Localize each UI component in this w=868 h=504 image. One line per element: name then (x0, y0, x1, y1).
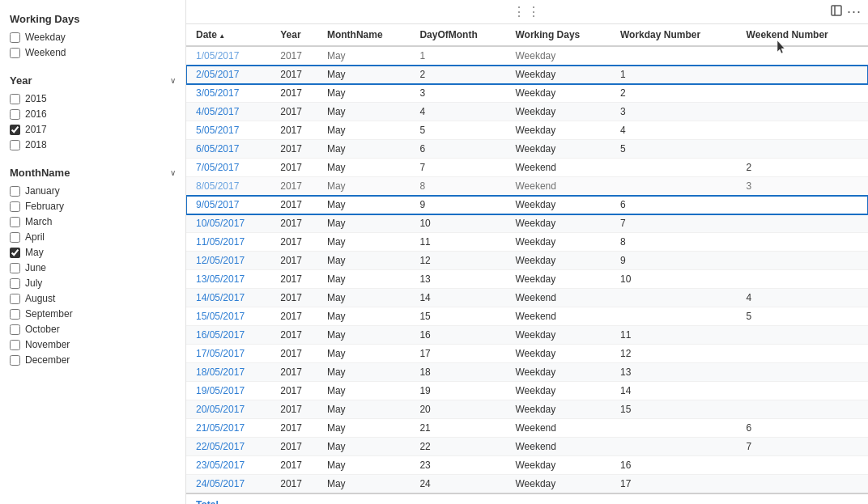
table-row[interactable]: 4/05/20172017May4Weekday3 (186, 103, 868, 121)
filter-weekday-checkbox[interactable] (10, 32, 20, 43)
table-row[interactable]: 22/05/20172017May22Weekend7 (186, 438, 868, 456)
col-workday-number[interactable]: Workday Number (614, 24, 740, 46)
filter-weekend-checkbox[interactable] (10, 48, 20, 58)
table-row[interactable]: 1/05/20172017May1Weekday (186, 46, 868, 66)
cell-weekend-number: 2 (740, 159, 868, 177)
expand-icon[interactable] (831, 5, 842, 19)
cell-monthname: May (321, 46, 413, 66)
cell-year: 2017 (274, 345, 321, 363)
filter-june[interactable]: June (10, 262, 176, 273)
filter-weekday-item[interactable]: Weekday (10, 32, 176, 43)
filter-november-checkbox[interactable] (10, 340, 20, 350)
filter-january-checkbox[interactable] (10, 186, 20, 197)
cell-year: 2017 (274, 177, 321, 196)
filter-august-checkbox[interactable] (10, 294, 20, 304)
cell-monthname: May (321, 66, 413, 84)
cell-working-days: Weekend (508, 307, 614, 326)
cell-date: 7/05/2017 (186, 159, 274, 177)
filter-year-2016-checkbox[interactable] (10, 109, 20, 120)
filter-may-checkbox[interactable] (10, 248, 20, 258)
filter-july-label: July (25, 277, 42, 289)
table-row[interactable]: 12/05/20172017May12Weekday9 (186, 252, 868, 270)
filter-april-checkbox[interactable] (10, 232, 20, 243)
filter-february-checkbox[interactable] (10, 201, 20, 212)
filter-year-2018-label: 2018 (25, 139, 47, 150)
cell-year: 2017 (274, 419, 321, 438)
table-row[interactable]: 8/05/20172017May8Weekend3 (186, 177, 868, 196)
cell-weekend-number (740, 214, 868, 233)
filter-working-days-title: Working Days (10, 13, 176, 25)
filter-year-header[interactable]: Year ∨ (10, 74, 176, 87)
filter-year: Year ∨ 2015 2016 2017 2018 (10, 74, 176, 150)
col-monthname[interactable]: MonthName (321, 24, 413, 46)
table-row[interactable]: 9/05/20172017May9Weekday6 (186, 196, 868, 214)
cell-year: 2017 (274, 326, 321, 345)
filter-year-2018-checkbox[interactable] (10, 140, 20, 150)
table-row[interactable]: 20/05/20172017May20Weekday15 (186, 400, 868, 419)
filter-july[interactable]: July (10, 277, 176, 289)
filter-december-checkbox[interactable] (10, 355, 20, 366)
filter-september-checkbox[interactable] (10, 309, 20, 320)
table-row[interactable]: 23/05/20172017May23Weekday16 (186, 456, 868, 475)
title-bar: ⋮⋮ ··· (186, 0, 868, 24)
filter-year-2015[interactable]: 2015 (10, 93, 176, 104)
filter-february[interactable]: February (10, 201, 176, 212)
table-row[interactable]: 5/05/20172017May5Weekday4 (186, 121, 868, 140)
table-row[interactable]: 24/05/20172017May24Weekday17 (186, 475, 868, 494)
filter-april[interactable]: April (10, 231, 176, 243)
filter-september[interactable]: September (10, 308, 176, 320)
filter-monthname-header[interactable]: MonthName ∨ (10, 167, 176, 179)
table-row[interactable]: 13/05/20172017May13Weekday10 (186, 270, 868, 289)
table-row[interactable]: 18/05/20172017May18Weekday13 (186, 363, 868, 382)
table-row[interactable]: 2/05/20172017May2Weekday1 (186, 66, 868, 84)
more-options-icon[interactable]: ··· (847, 3, 862, 20)
col-working-days[interactable]: Working Days (508, 24, 614, 46)
col-year[interactable]: Year (274, 24, 321, 46)
data-table-container[interactable]: Date Year MonthName DayOfMonth Working D… (186, 24, 868, 504)
cell-working-days: Weekday (508, 400, 614, 419)
cell-working-days: Weekday (508, 233, 614, 252)
cell-date: 13/05/2017 (186, 270, 274, 289)
filter-weekend-label: Weekend (25, 47, 66, 58)
cell-workday-number: 10 (614, 270, 740, 289)
col-weekend-number[interactable]: Weekend Number (740, 24, 868, 46)
table-row[interactable]: 11/05/20172017May11Weekday8 (186, 233, 868, 252)
filter-working-days: Working Days Weekday Weekend (10, 13, 176, 58)
filter-year-2017-checkbox[interactable] (10, 125, 20, 135)
filter-may[interactable]: May (10, 247, 176, 258)
filter-year-2017[interactable]: 2017 (10, 124, 176, 135)
table-row[interactable]: 3/05/20172017May3Weekday2 (186, 84, 868, 103)
table-row[interactable]: 19/05/20172017May19Weekday14 (186, 382, 868, 400)
table-row[interactable]: 14/05/20172017May14Weekend4 (186, 289, 868, 307)
filter-november[interactable]: November (10, 339, 176, 350)
table-row[interactable]: 16/05/20172017May16Weekday11 (186, 326, 868, 345)
col-date[interactable]: Date (186, 24, 274, 46)
cell-dayofmonth: 5 (413, 121, 508, 140)
table-row[interactable]: 6/05/20172017May6Weekday5 (186, 140, 868, 159)
filter-july-checkbox[interactable] (10, 278, 20, 289)
filter-october-checkbox[interactable] (10, 324, 20, 335)
table-row[interactable]: 10/05/20172017May10Weekday7 (186, 214, 868, 233)
filter-march[interactable]: March (10, 216, 176, 227)
filter-february-label: February (25, 201, 64, 212)
cell-working-days: Weekend (508, 289, 614, 307)
cell-year: 2017 (274, 307, 321, 326)
filter-june-checkbox[interactable] (10, 263, 20, 273)
filter-december[interactable]: December (10, 354, 176, 366)
cell-monthname: May (321, 252, 413, 270)
cell-workday-number: 6 (614, 196, 740, 214)
filter-year-2016[interactable]: 2016 (10, 108, 176, 120)
table-row[interactable]: 17/05/20172017May17Weekday12 (186, 345, 868, 363)
filter-march-checkbox[interactable] (10, 217, 20, 227)
filter-weekend-item[interactable]: Weekend (10, 47, 176, 58)
table-row[interactable]: 15/05/20172017May15Weekend5 (186, 307, 868, 326)
table-row[interactable]: 21/05/20172017May21Weekend6 (186, 419, 868, 438)
filter-october[interactable]: October (10, 324, 176, 335)
col-dayofmonth[interactable]: DayOfMonth (413, 24, 508, 46)
filter-august[interactable]: August (10, 293, 176, 304)
filter-year-2018[interactable]: 2018 (10, 139, 176, 150)
cell-weekend-number (740, 475, 868, 494)
filter-january[interactable]: January (10, 185, 176, 197)
filter-year-2015-checkbox[interactable] (10, 94, 20, 104)
table-row[interactable]: 7/05/20172017May7Weekend2 (186, 159, 868, 177)
